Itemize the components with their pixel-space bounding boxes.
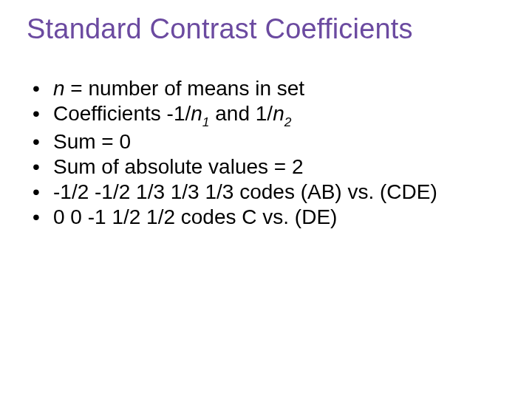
var-n: n xyxy=(191,102,202,125)
var-n: n xyxy=(53,77,65,100)
text: Sum = 0 xyxy=(53,130,131,153)
subscript: 2 xyxy=(284,115,292,129)
text: 0 0 -1 1/2 1/2 codes C vs. (DE) xyxy=(53,205,337,228)
text: Coefficients -1/ xyxy=(53,102,191,125)
list-item: -1/2 -1/2 1/3 1/3 1/3 codes (AB) vs. (CD… xyxy=(33,180,505,205)
bullet-list: n = number of means in set Coefficients … xyxy=(27,76,505,231)
list-item: 0 0 -1 1/2 1/2 codes C vs. (DE) xyxy=(33,205,505,230)
slide: Standard Contrast Coefficients n = numbe… xyxy=(0,0,532,399)
text: = number of means in set xyxy=(65,77,305,100)
list-item: Coefficients -1/n1 and 1/n2 xyxy=(33,101,505,129)
subscript: 1 xyxy=(202,115,210,129)
text: -1/2 -1/2 1/3 1/3 1/3 codes (AB) vs. (CD… xyxy=(53,180,437,203)
slide-title: Standard Contrast Coefficients xyxy=(27,13,505,45)
list-item: Sum of absolute values = 2 xyxy=(33,154,505,180)
list-item: Sum = 0 xyxy=(33,129,505,154)
text: Sum of absolute values = 2 xyxy=(53,155,304,178)
text: and 1/ xyxy=(209,102,273,125)
var-n: n xyxy=(273,102,284,125)
list-item: n = number of means in set xyxy=(33,76,505,101)
